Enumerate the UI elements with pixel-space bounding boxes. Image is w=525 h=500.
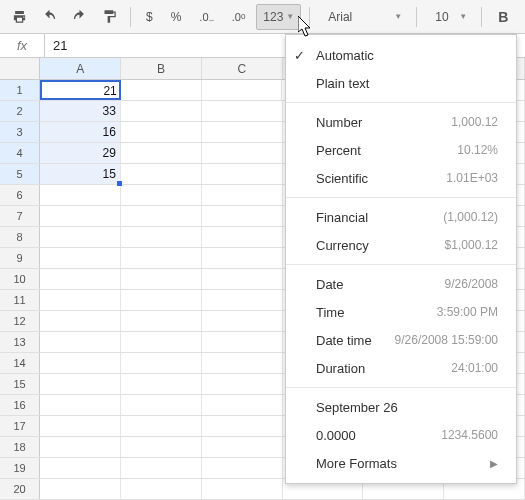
currency-button[interactable]: $ bbox=[139, 4, 160, 30]
row-header[interactable]: 18 bbox=[0, 437, 40, 457]
font-size-combo[interactable]: 10 ▼ bbox=[425, 4, 473, 30]
cell[interactable] bbox=[202, 479, 283, 499]
row-header[interactable]: 8 bbox=[0, 227, 40, 247]
cell[interactable] bbox=[202, 185, 283, 205]
cell[interactable] bbox=[202, 395, 283, 415]
cell[interactable]: 29 bbox=[40, 143, 121, 163]
cell[interactable] bbox=[121, 332, 202, 352]
column-header-A[interactable]: A bbox=[40, 58, 121, 79]
decrease-decimal-button[interactable]: .0 _ bbox=[192, 4, 220, 30]
cell[interactable] bbox=[121, 185, 202, 205]
menu-item-datetime[interactable]: Date time9/26/2008 15:59:00 bbox=[286, 326, 516, 354]
cell[interactable] bbox=[202, 269, 283, 289]
row-header[interactable]: 5 bbox=[0, 164, 40, 184]
row-header[interactable]: 4 bbox=[0, 143, 40, 163]
more-formats-button[interactable]: 123 ▼ bbox=[256, 4, 301, 30]
menu-item-scientific[interactable]: Scientific1.01E+03 bbox=[286, 164, 516, 192]
cell[interactable] bbox=[202, 416, 283, 436]
menu-item-time[interactable]: Time3:59:00 PM bbox=[286, 298, 516, 326]
cell[interactable] bbox=[121, 101, 202, 121]
cell[interactable] bbox=[121, 437, 202, 457]
percent-button[interactable]: % bbox=[164, 4, 189, 30]
menu-item-custom-number[interactable]: 0.00001234.5600 bbox=[286, 421, 516, 449]
cell[interactable] bbox=[121, 311, 202, 331]
cell[interactable] bbox=[202, 206, 283, 226]
cell[interactable] bbox=[40, 227, 121, 247]
cell[interactable] bbox=[40, 395, 121, 415]
cell[interactable] bbox=[40, 332, 121, 352]
row-header[interactable]: 19 bbox=[0, 458, 40, 478]
row-header[interactable]: 15 bbox=[0, 374, 40, 394]
cell[interactable] bbox=[121, 227, 202, 247]
cell[interactable] bbox=[202, 353, 283, 373]
cell[interactable] bbox=[40, 437, 121, 457]
cell[interactable] bbox=[40, 374, 121, 394]
cell[interactable] bbox=[202, 374, 283, 394]
cell[interactable] bbox=[40, 311, 121, 331]
cell[interactable] bbox=[121, 269, 202, 289]
cell[interactable] bbox=[40, 458, 121, 478]
menu-item-plain-text[interactable]: Plain text bbox=[286, 69, 516, 97]
row-header[interactable]: 9 bbox=[0, 248, 40, 268]
cell[interactable] bbox=[40, 479, 121, 499]
cell[interactable] bbox=[202, 437, 283, 457]
redo-button[interactable] bbox=[66, 4, 92, 30]
cell[interactable] bbox=[121, 206, 202, 226]
cell[interactable] bbox=[121, 80, 202, 100]
cell[interactable] bbox=[40, 248, 121, 268]
row-header[interactable]: 2 bbox=[0, 101, 40, 121]
cell[interactable] bbox=[121, 395, 202, 415]
column-header-C[interactable]: C bbox=[202, 58, 283, 79]
menu-item-duration[interactable]: Duration24:01:00 bbox=[286, 354, 516, 382]
row-header[interactable]: 11 bbox=[0, 290, 40, 310]
paint-format-button[interactable] bbox=[96, 4, 122, 30]
row-header[interactable]: 6 bbox=[0, 185, 40, 205]
cell[interactable] bbox=[121, 374, 202, 394]
cell[interactable] bbox=[121, 290, 202, 310]
cell[interactable] bbox=[121, 353, 202, 373]
cell[interactable] bbox=[40, 353, 121, 373]
cell[interactable] bbox=[121, 416, 202, 436]
row-header[interactable]: 7 bbox=[0, 206, 40, 226]
cell[interactable] bbox=[121, 248, 202, 268]
cell[interactable]: 33 bbox=[40, 101, 121, 121]
cell[interactable] bbox=[202, 332, 283, 352]
cell[interactable] bbox=[40, 206, 121, 226]
cell[interactable] bbox=[202, 248, 283, 268]
cell[interactable] bbox=[40, 290, 121, 310]
row-header[interactable]: 1 bbox=[0, 80, 40, 100]
undo-button[interactable] bbox=[36, 4, 62, 30]
menu-item-percent[interactable]: Percent10.12% bbox=[286, 136, 516, 164]
cell[interactable] bbox=[121, 122, 202, 142]
cell[interactable] bbox=[202, 458, 283, 478]
menu-item-date[interactable]: Date9/26/2008 bbox=[286, 270, 516, 298]
cell[interactable] bbox=[202, 164, 283, 184]
cell[interactable] bbox=[202, 80, 283, 100]
cell[interactable] bbox=[202, 143, 283, 163]
menu-item-financial[interactable]: Financial(1,000.12) bbox=[286, 203, 516, 231]
cell[interactable] bbox=[121, 143, 202, 163]
menu-item-custom-date[interactable]: September 26 bbox=[286, 393, 516, 421]
row-header[interactable]: 3 bbox=[0, 122, 40, 142]
cell[interactable] bbox=[40, 269, 121, 289]
cell[interactable]: 15 bbox=[40, 164, 121, 184]
row-header[interactable]: 13 bbox=[0, 332, 40, 352]
menu-item-number[interactable]: Number1,000.12 bbox=[286, 108, 516, 136]
row-header[interactable]: 17 bbox=[0, 416, 40, 436]
cell[interactable] bbox=[40, 185, 121, 205]
bold-button[interactable]: B bbox=[490, 4, 516, 30]
font-name-combo[interactable]: Arial ▼ bbox=[318, 4, 408, 30]
cell[interactable] bbox=[202, 101, 283, 121]
row-header[interactable]: 12 bbox=[0, 311, 40, 331]
cell[interactable] bbox=[202, 290, 283, 310]
cell[interactable]: 16 bbox=[40, 122, 121, 142]
menu-item-more-formats[interactable]: More Formats▶ bbox=[286, 449, 516, 477]
row-header[interactable]: 20 bbox=[0, 479, 40, 499]
menu-item-automatic[interactable]: ✓Automatic bbox=[286, 41, 516, 69]
column-header-B[interactable]: B bbox=[121, 58, 202, 79]
row-header[interactable]: 14 bbox=[0, 353, 40, 373]
cell[interactable]: 21 bbox=[40, 80, 121, 100]
cell[interactable] bbox=[121, 479, 202, 499]
row-header[interactable]: 10 bbox=[0, 269, 40, 289]
select-all-corner[interactable] bbox=[0, 58, 40, 79]
